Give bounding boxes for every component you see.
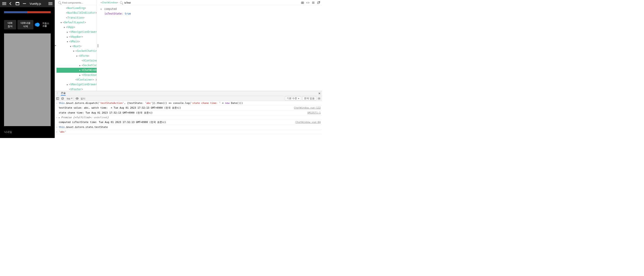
window-icon[interactable]: [16, 2, 19, 5]
chat-area: [4, 34, 51, 126]
camera-icon[interactable]: [301, 1, 304, 4]
source-link[interactable]: VM13571:1: [305, 111, 321, 115]
filter-search-icon: [120, 1, 122, 4]
breadcrumb: <ChatWindow>: [100, 1, 118, 4]
log-line: ‹▶ Promise {<fulfilled>: undefined}: [55, 115, 322, 120]
tree-node-NuxtBuildIndicator[interactable]: <NuxtBuildIndicator>: [56, 11, 97, 15]
details-body: computed isTestState: true: [99, 6, 322, 91]
console-output[interactable]: ›this.$nuxt.$store.dispatch('testStateAc…: [55, 101, 322, 138]
details-section-name: computed: [104, 8, 116, 11]
tree-node-SocketController[interactable]: <SocketController>: [56, 63, 97, 68]
log-line: ›this.$nuxt.$store.state.testState: [55, 125, 322, 130]
clear-console-icon[interactable]: [61, 97, 64, 100]
minimize-icon[interactable]: [23, 3, 26, 4]
autoscroll-label: 자동스크롤: [42, 22, 51, 27]
color-bar: [4, 11, 51, 13]
log-level-select[interactable]: 기본 수준 ▼: [285, 96, 301, 101]
popout-icon[interactable]: [317, 1, 320, 4]
no-issues-badge[interactable]: 문제 없음: [302, 96, 316, 101]
nickname-label: 닉네임: [4, 130, 51, 134]
tree-node-SocketChatting[interactable]: <SocketChatting key='__trans…>: [56, 49, 97, 53]
log-line: computed isTestState time: Tue Aug 01 20…: [55, 120, 322, 125]
tree-node-ChatWindow[interactable]: <ChatWindow>: [56, 68, 97, 73]
svg-point-1: [302, 2, 303, 3]
source-link[interactable]: ChatWindow.vue:84: [293, 120, 321, 125]
tree-node-VSnackbar[interactable]: <VSnackbar>: [56, 73, 97, 77]
kebab-icon[interactable]: ⋮: [56, 92, 58, 95]
log-line: ›this.$nuxt.$store.dispatch('testStateAc…: [55, 101, 322, 106]
details-filter-input[interactable]: [124, 1, 155, 4]
code-icon[interactable]: [306, 1, 310, 4]
computed-property-row[interactable]: isTestState: true: [100, 12, 320, 16]
console-filter-input[interactable]: [80, 97, 283, 100]
log-line: state chane time: Tue Aug 01 2023 17:32:…: [55, 111, 322, 115]
tree-node-VMain[interactable]: <VMain>: [56, 39, 97, 44]
pane-resize-handle[interactable]: ▶: [55, 0, 56, 91]
tree-node-VForm[interactable]: <VForm>: [56, 54, 97, 58]
split-handle[interactable]: ||: [97, 0, 99, 91]
component-search-row: [56, 0, 97, 6]
menu-icon[interactable]: [2, 2, 6, 5]
app-title: Vuetify.js: [30, 2, 41, 6]
close-icon[interactable]: ✕: [318, 92, 321, 95]
search-icon: [58, 1, 61, 4]
log-line: testState value: abc, watch time: + Tue …: [55, 106, 322, 110]
tree-node-VApp[interactable]: <VApp>: [56, 25, 97, 30]
tree-node-NuxtLoading[interactable]: <NuxtLoading>: [56, 6, 97, 11]
svg-rect-3: [56, 97, 59, 99]
tree-node-VNavigationDrawer[interactable]: <VNavigationDrawer>: [56, 30, 97, 34]
svg-point-5: [77, 98, 78, 99]
join-button[interactable]: 대화 참여: [4, 20, 16, 29]
tree-node-VContainer[interactable]: <VContainer>functional: [56, 58, 97, 63]
back-icon[interactable]: [10, 2, 12, 5]
app-toolbar: Vuetify.js: [0, 0, 55, 7]
tree-node-VFooter[interactable]: <VFooter>: [56, 87, 97, 91]
clear-button[interactable]: 대화내용 삭제: [18, 20, 34, 29]
tree-node-VAppBar[interactable]: <VAppBar>: [56, 35, 97, 39]
list-icon[interactable]: [312, 1, 315, 4]
eye-icon[interactable]: [76, 97, 79, 100]
app-preview-pane: Vuetify.js 대화 참여 대화내용 삭제 자동스크롤 닉네임: [0, 0, 55, 138]
tree-node-Nuxt[interactable]: <Nuxt>: [56, 44, 97, 49]
component-tree[interactable]: <NuxtLoading><NuxtBuildIndicator><Transi…: [56, 6, 97, 91]
autoscroll-toggle[interactable]: [35, 23, 39, 26]
log-line: ‹'abc': [55, 130, 322, 134]
tree-node-DefaultLayout[interactable]: <DefaultLayout>: [56, 20, 97, 25]
tree-node-VNavigationDrawer[interactable]: <VNavigationDrawer>: [56, 82, 97, 87]
component-search-input[interactable]: [62, 1, 95, 4]
tree-node-Transition[interactable]: <Transition>: [56, 16, 97, 20]
context-select[interactable]: top▼: [66, 97, 74, 100]
gear-icon[interactable]: [318, 97, 321, 100]
svg-point-6: [319, 98, 320, 99]
tree-node-VContainer[interactable]: <VContainer>functional: [56, 77, 97, 82]
console-drawer: ⋮ 콘솔 ✕ top▼ 기본 수준 ▼ 문제 없음 ›this.$nuxt.$s…: [55, 91, 322, 138]
sidebar-toggle-icon[interactable]: [56, 97, 59, 100]
tab-console[interactable]: 콘솔: [61, 91, 66, 96]
menu-right-icon[interactable]: [48, 2, 52, 5]
source-link[interactable]: ChatWindow.vue:122: [292, 106, 321, 110]
